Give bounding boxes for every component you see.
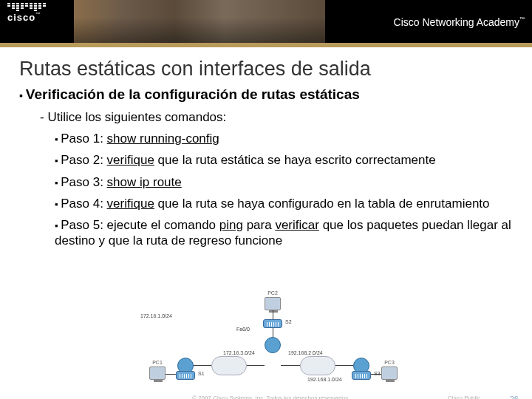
pc1-icon: [149, 366, 166, 380]
slide-content: Rutas estáticas con interfaces de salida…: [0, 47, 532, 249]
step-5: Paso 5: ejecute el comando ping para ver…: [55, 217, 513, 249]
logo-text: cisco: [7, 12, 35, 23]
step-3: Paso 3: show ip route: [55, 174, 513, 190]
step-2: Paso 2: verifique que la ruta estática s…: [55, 152, 513, 168]
s1-label: S1: [198, 371, 205, 376]
cloud-left-icon: [211, 356, 247, 375]
switch-s1-icon: [176, 371, 195, 380]
pc2-label: PC2: [263, 290, 282, 296]
switch-s2-icon: [263, 319, 282, 328]
router-r2-icon: [265, 337, 281, 353]
pc1-label: PC1: [148, 360, 167, 365]
fa00-label: Fa0/0: [236, 327, 250, 332]
network-diagram: PC2 S2 172.16.1.0/24 Fa0/0 172.16.3.0/24…: [140, 297, 406, 383]
net2-label: 172.16.3.0/24: [223, 350, 255, 355]
steps-list: Paso 1: show running-config Paso 2: veri…: [55, 131, 513, 249]
pc2-icon: [265, 297, 281, 310]
step-4: Paso 4: verifique que la ruta se haya co…: [55, 196, 513, 211]
s2-label: S2: [285, 319, 292, 324]
sub-instruction: - Utilice los siguientes comandos:: [40, 110, 513, 125]
cisco-logo: cisco™: [7, 3, 46, 23]
copyright-text: © 2007 Cisco Systems, Inc. Todos los der…: [192, 395, 349, 399]
public-text: Cisco Public: [448, 395, 480, 399]
academy-label: Cisco Networking Academy™: [394, 16, 525, 28]
slide-heading: Verificación de la configuración de ruta…: [19, 86, 513, 103]
cloud-right-icon: [300, 356, 335, 375]
pc3-icon: [381, 366, 398, 380]
net1-label: 172.16.1.0/24: [140, 313, 172, 318]
slide-title: Rutas estáticas con interfaces de salida: [19, 58, 513, 81]
step-1: Paso 1: show running-config: [55, 131, 513, 146]
slide-header: cisco™ Cisco Networking Academy™: [0, 0, 532, 43]
net3-label: 192.168.1.0/24: [307, 377, 342, 382]
header-photo: [74, 0, 325, 43]
net4-label: 192.168.2.0/24: [288, 350, 323, 355]
pc3-label: PC3: [380, 360, 399, 365]
switch-s3-icon: [352, 371, 371, 380]
page-number: 26: [510, 395, 519, 399]
